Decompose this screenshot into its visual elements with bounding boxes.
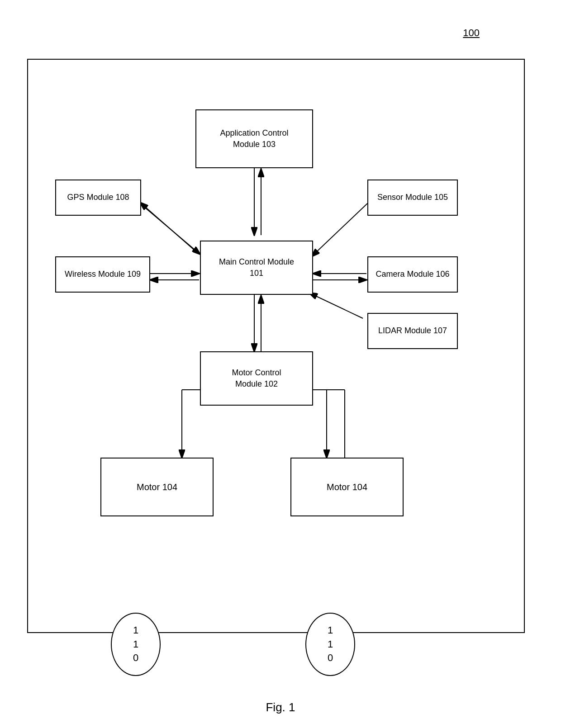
figure-number: 100 <box>463 27 480 39</box>
fig-caption: Fig. 1 <box>266 700 295 714</box>
svg-line-11 <box>309 293 363 318</box>
main-control-module: Main Control Module 101 <box>200 241 313 295</box>
svg-line-5 <box>140 203 196 252</box>
svg-line-4 <box>141 204 200 254</box>
motor-control-module: Motor Control Module 102 <box>200 351 313 406</box>
page: 100 <box>0 0 561 728</box>
wireless-module: Wireless Module 109 <box>55 256 150 293</box>
lidar-module: LIDAR Module 107 <box>367 313 458 349</box>
motor-right: Motor 104 <box>290 458 404 516</box>
svg-line-8 <box>312 203 367 256</box>
oval-right-110: 1 1 0 <box>305 613 355 676</box>
motor-left: Motor 104 <box>100 458 214 516</box>
sensor-module: Sensor Module 105 <box>367 180 458 216</box>
outer-box: Application Control Module 103 GPS Modul… <box>27 59 525 633</box>
gps-module: GPS Module 108 <box>55 180 141 216</box>
oval-left-110: 1 1 0 <box>111 613 161 676</box>
camera-module: Camera Module 106 <box>367 256 458 293</box>
app-control-module: Application Control Module 103 <box>195 109 313 168</box>
